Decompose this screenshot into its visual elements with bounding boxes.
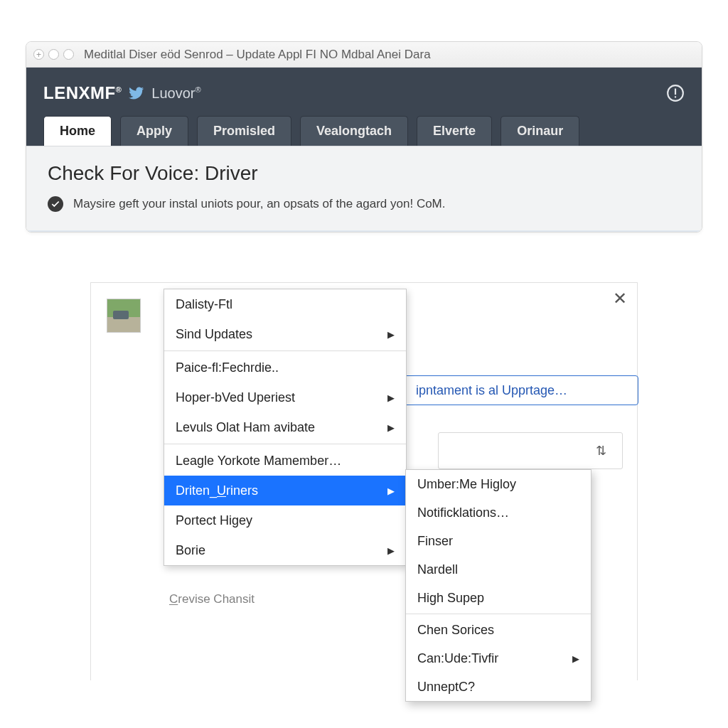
menu-item[interactable]: Levuls Olat Ham avibate▶	[164, 412, 406, 442]
submenu-item[interactable]: Finser	[406, 527, 591, 555]
submenu-item[interactable]: Nardell	[406, 555, 591, 584]
submenu-item[interactable]: Chen Sorices	[406, 616, 591, 644]
content-area: Check For Voice: Driver Maysire geft you…	[26, 146, 702, 232]
svg-rect-2	[675, 96, 676, 97]
menu-item-label: Borie	[176, 543, 205, 558]
menu-item-label: Hoper-bVed Uperiest	[176, 390, 295, 405]
window-control-2[interactable]	[48, 49, 59, 60]
menu-item-label: Levuls Olat Ham avibate	[176, 420, 315, 435]
sort-icon: ⇅	[596, 443, 606, 459]
submenu-item[interactable]: Notificklations…	[406, 498, 591, 527]
menu-item-label: Portect Higey	[176, 513, 252, 528]
header: LENXMF® Luovor® HomeApplyPromisledVealon…	[26, 68, 702, 146]
menu-item-selected[interactable]: Driten_Uriners▶	[164, 476, 406, 505]
chevron-right-icon: ▶	[387, 486, 395, 496]
tab-apply[interactable]: Apply	[120, 116, 188, 146]
tab-elverte[interactable]: Elverte	[417, 116, 492, 146]
submenu-item[interactable]: High Supep	[406, 584, 591, 612]
window-controls: +	[33, 49, 74, 60]
submenu-item-label: High Supep	[417, 591, 484, 606]
menu-separator	[406, 614, 591, 614]
svg-rect-1	[675, 89, 676, 95]
menu-item[interactable]: Portect Higey	[164, 505, 406, 535]
menu-item[interactable]: Leagle Yorkote Mamember…	[164, 446, 406, 476]
tab-home[interactable]: Home	[43, 116, 112, 146]
chevron-right-icon: ▶	[387, 422, 395, 433]
info-callout-text: ipntament is al Upprtage…	[416, 383, 567, 398]
submenu-item-label: Finser	[417, 534, 453, 549]
submenu-item-label: Can:Ude:Tivfir	[417, 651, 498, 666]
tab-promisled[interactable]: Promisled	[197, 116, 291, 146]
brand-name: LENXMF®	[43, 83, 122, 103]
status-row: Maysire geft your instal uniots pour, an…	[48, 196, 680, 212]
status-text: Maysire geft your instal uniots pour, an…	[73, 197, 446, 211]
page-title: Check For Voice: Driver	[48, 162, 680, 185]
close-icon[interactable]: ✕	[613, 290, 627, 307]
window-title: Meditlal Diser eöd Senrod – Update Appl …	[84, 48, 431, 62]
submenu-item-label: UnneptC?	[417, 680, 475, 695]
submenu-item[interactable]: UnneptC?	[406, 673, 591, 701]
tab-vealongtach[interactable]: Vealongtach	[300, 116, 408, 146]
menu-item-label: Dalisty-Ftl	[176, 297, 232, 312]
menu-item-label: Sind Updates	[176, 327, 252, 342]
submenu-item-label: Nardell	[417, 562, 458, 577]
bird-icon	[129, 85, 144, 101]
secondary-box: ⇅	[438, 432, 623, 469]
submenu-item-label: Notificklations…	[417, 505, 509, 520]
app-window: + Meditlal Diser eöd Senrod – Update App…	[26, 41, 702, 232]
submenu-item[interactable]: Can:Ude:Tivfir▶	[406, 644, 591, 673]
chevron-right-icon: ▶	[387, 329, 395, 340]
menu-item[interactable]: Borie▶	[164, 535, 406, 565]
menu-item-label: Leagle Yorkote Mamember…	[176, 454, 341, 469]
window-control-3[interactable]	[63, 49, 74, 60]
alert-icon[interactable]	[666, 84, 685, 102]
footnote-link[interactable]: Crevise Chansit	[169, 592, 255, 606]
chevron-right-icon: ▶	[572, 653, 579, 664]
brand-sub: Luovor®	[151, 85, 200, 102]
menu-item[interactable]: Paice-fl:Fechrdie..	[164, 353, 406, 382]
context-menu: Dalisty-FtlSind Updates▶Paice-fl:Fechrdi…	[164, 289, 407, 566]
chevron-right-icon: ▶	[387, 545, 395, 556]
thumbnail	[107, 299, 141, 333]
dialog-panel: ✕ ipntament is al Upprtage… ⇅ Crevise Ch…	[90, 282, 638, 680]
check-icon	[48, 196, 63, 212]
menu-item[interactable]: Dalisty-Ftl	[164, 289, 406, 319]
menu-item[interactable]: Sind Updates▶	[164, 319, 406, 349]
window-control-add[interactable]: +	[33, 49, 44, 60]
submenu-item-label: Chen Sorices	[417, 623, 494, 638]
menu-separator	[164, 444, 406, 444]
menu-item[interactable]: Hoper-bVed Uperiest▶	[164, 382, 406, 412]
tab-orinaur[interactable]: Orinaur	[500, 116, 579, 146]
tab-bar: HomeApplyPromisledVealongtachElverteOrin…	[43, 116, 685, 146]
menu-separator	[164, 350, 406, 351]
submenu-item[interactable]: Umber:Me Higloy	[406, 470, 591, 498]
titlebar: + Meditlal Diser eöd Senrod – Update App…	[26, 42, 702, 68]
chevron-right-icon: ▶	[387, 392, 395, 403]
context-submenu: Umber:Me HigloyNotificklations…FinserNar…	[405, 469, 592, 702]
submenu-item-label: Umber:Me Higloy	[417, 477, 516, 492]
menu-item-label: Paice-fl:Fechrdie..	[176, 360, 279, 375]
